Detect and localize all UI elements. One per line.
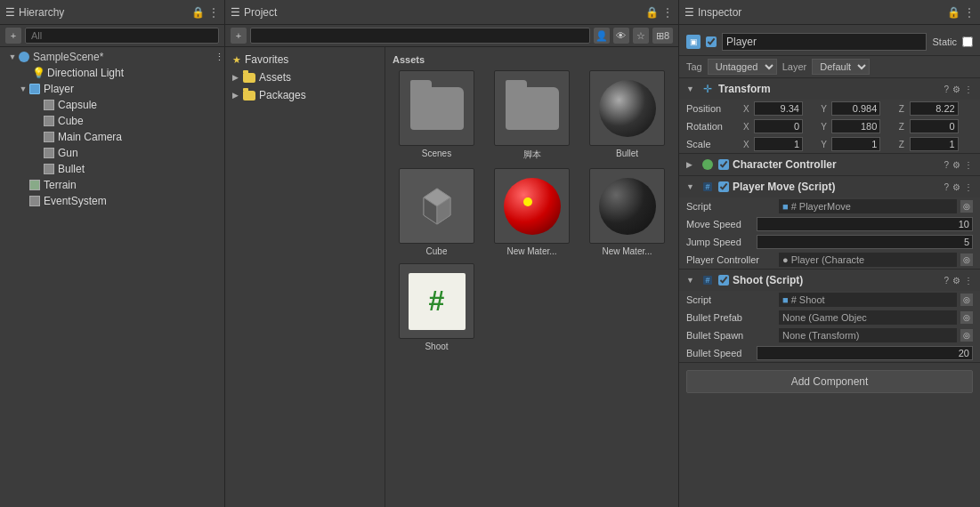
shoot-section: ▼ # Shoot (Script) ? ⚙ ⋮ Script ■	[679, 270, 980, 363]
bullet-spawn-label: Bullet Spawn	[686, 330, 775, 341]
transform-settings-icon[interactable]: ⚙	[952, 84, 960, 94]
scripts-asset-item[interactable]: 脚本	[488, 70, 576, 161]
scale-z-input[interactable]	[910, 137, 959, 151]
shoot-asset-item[interactable]: # Shoot	[393, 263, 481, 351]
scene-arrow: ▼	[7, 52, 18, 61]
player-move-help-icon[interactable]: ?	[944, 182, 949, 192]
packages-folder-icon	[243, 91, 255, 101]
terrain-icon	[28, 179, 41, 191]
project-menu-icon: ☰	[231, 6, 240, 19]
cube-asset-item[interactable]: Cube	[393, 168, 481, 256]
add-component-button[interactable]: Add Component	[686, 370, 973, 393]
char-ctrl-more-icon[interactable]: ⋮	[964, 160, 973, 170]
character-controller-header[interactable]: ▶ Character Controller ? ⚙ ⋮	[679, 154, 980, 175]
rotation-z-label: Z	[899, 122, 908, 132]
scale-x-input[interactable]	[754, 137, 803, 151]
static-checkbox[interactable]	[962, 36, 973, 47]
char-ctrl-settings-icon[interactable]: ⚙	[952, 160, 960, 170]
new-material-red-item[interactable]: New Mater...	[488, 168, 576, 256]
player-move-more-icon[interactable]: ⋮	[964, 182, 973, 192]
shoot-settings-icon[interactable]: ⚙	[952, 276, 960, 286]
position-x-input[interactable]	[754, 101, 803, 116]
player-move-checkbox[interactable]	[718, 181, 729, 192]
hierarchy-search-input[interactable]	[25, 28, 219, 44]
bullet-asset-thumb	[589, 70, 665, 146]
project-star-button[interactable]: ☆	[633, 28, 649, 44]
transform-section-header[interactable]: ▼ ✛ Transform ? ⚙ ⋮	[679, 78, 980, 100]
move-speed-input[interactable]	[757, 217, 973, 231]
shoot-help-icon[interactable]: ?	[944, 276, 949, 286]
move-speed-row: Move Speed	[679, 215, 980, 233]
player-controller-text: ● Player (Characte	[782, 254, 864, 265]
transform-help-icon[interactable]: ?	[944, 84, 949, 94]
player-controller-select-btn[interactable]: ◎	[960, 254, 973, 266]
favorites-star-icon: ★	[232, 54, 241, 66]
jump-speed-input[interactable]	[757, 235, 973, 249]
project-eye-button[interactable]: 👁	[613, 28, 629, 44]
bullet-prefab-select-btn[interactable]: ◎	[960, 311, 973, 324]
add-project-button[interactable]: +	[231, 28, 247, 44]
tag-text: Tag	[686, 61, 702, 72]
char-ctrl-checkbox[interactable]	[718, 159, 729, 170]
char-ctrl-help-icon[interactable]: ?	[944, 160, 949, 170]
shoot-script-select-btn[interactable]: ◎	[960, 294, 973, 306]
player-move-script-value: ■ # PlayerMove	[779, 199, 957, 213]
bullet-asset-item[interactable]: Bullet	[583, 70, 671, 161]
gun-item[interactable]: Gun	[0, 145, 224, 161]
bullet-sphere-thumb	[599, 80, 656, 137]
rotation-x-input[interactable]	[754, 119, 803, 133]
capsule-item[interactable]: Capsule	[0, 97, 224, 113]
player-move-arrow-icon: ▼	[686, 182, 697, 191]
bullet-prefab-label: Bullet Prefab	[686, 312, 775, 323]
object-active-checkbox[interactable]	[706, 36, 717, 47]
transform-more-icon[interactable]: ⋮	[964, 84, 973, 94]
scale-y-input[interactable]	[831, 137, 880, 151]
cube-label: Cube	[58, 115, 84, 127]
layer-select[interactable]: Default	[812, 59, 870, 75]
bullet-speed-input[interactable]	[757, 346, 973, 360]
packages-folder-label: Packages	[259, 89, 306, 101]
position-y-input[interactable]	[831, 101, 880, 116]
player-move-header[interactable]: ▼ # Player Move (Script) ? ⚙ ⋮	[679, 176, 980, 197]
project-more-icon: ⋮	[662, 6, 673, 19]
shoot-checkbox[interactable]	[718, 275, 729, 286]
project-layers-button[interactable]: ⊞8	[652, 28, 673, 44]
cube-item[interactable]: Cube	[0, 113, 224, 129]
shoot-more-icon[interactable]: ⋮	[964, 276, 973, 286]
player-controller-value: ● Player (Characte	[779, 253, 957, 267]
char-ctrl-icon-el	[701, 157, 715, 172]
bullet-item[interactable]: Bullet	[0, 161, 224, 177]
main-camera-item[interactable]: Main Camera	[0, 129, 224, 145]
object-name-input[interactable]	[722, 33, 927, 51]
rotation-z-field: Z	[899, 119, 973, 133]
packages-arrow-icon: ▶	[232, 91, 239, 100]
shoot-asset-label: Shoot	[425, 342, 448, 351]
rotation-z-input[interactable]	[910, 119, 959, 133]
position-z-input[interactable]	[910, 101, 959, 116]
shoot-script-label: Script	[686, 294, 775, 305]
add-hierarchy-button[interactable]: +	[5, 28, 21, 44]
scale-label: Scale	[686, 139, 740, 149]
assets-folder-item[interactable]: ▶ Assets	[225, 68, 385, 86]
favorites-folder-item[interactable]: ★ Favorites	[225, 51, 385, 68]
position-z-field: Z	[899, 101, 973, 116]
player-move-settings-icon[interactable]: ⚙	[952, 182, 960, 192]
scene-item[interactable]: ▼ SampleScene* ⋮	[0, 49, 224, 65]
player-item[interactable]: ▼ Player	[0, 81, 224, 97]
project-search-input[interactable]	[250, 28, 590, 44]
new-material-dark-item[interactable]: New Mater...	[583, 168, 671, 256]
rotation-y-input[interactable]	[831, 119, 880, 133]
packages-folder-item[interactable]: ▶ Packages	[225, 86, 385, 104]
bullet-spawn-select-btn[interactable]: ◎	[960, 329, 973, 342]
tag-select[interactable]: Untagged	[708, 59, 777, 75]
shoot-asset-thumb: #	[399, 263, 474, 339]
terrain-item[interactable]: Terrain	[0, 177, 224, 193]
scenes-asset-item[interactable]: Scenes	[393, 70, 481, 161]
shoot-header[interactable]: ▼ # Shoot (Script) ? ⚙ ⋮	[679, 270, 980, 291]
player-move-script-select-btn[interactable]: ◎	[960, 200, 973, 213]
project-user-icon-button[interactable]: 👤	[594, 28, 610, 44]
directional-light-item[interactable]: 💡 Directional Light	[0, 65, 224, 81]
scene-menu-icon[interactable]: ⋮	[215, 52, 224, 63]
eventsystem-item[interactable]: EventSystem	[0, 193, 224, 209]
inspector-content: ▣ Static Tag Untagged Layer Default	[679, 25, 980, 507]
